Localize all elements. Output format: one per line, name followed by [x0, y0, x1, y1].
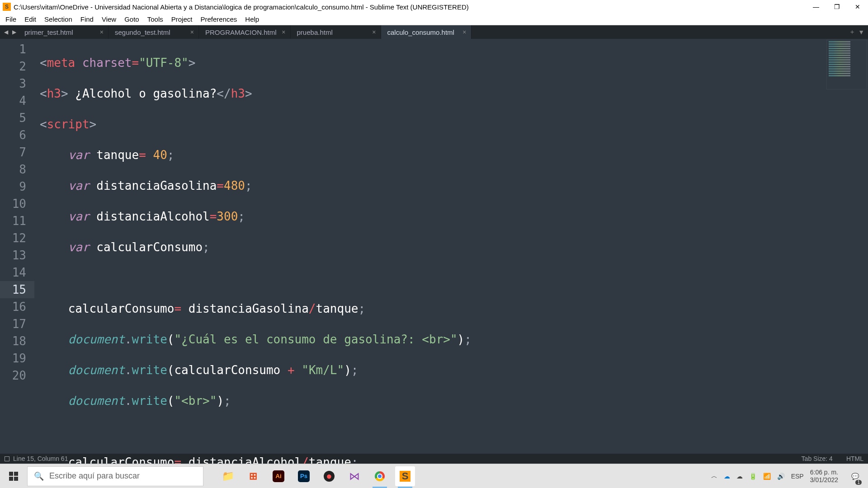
svg-rect-0 — [9, 472, 13, 476]
close-icon[interactable]: × — [190, 28, 194, 36]
menu-help[interactable]: Help — [241, 14, 263, 24]
close-button[interactable]: ✕ — [847, 0, 868, 14]
minimap[interactable] — [826, 40, 867, 89]
menu-selection[interactable]: Selection — [41, 14, 76, 24]
app-chrome[interactable] — [370, 466, 390, 486]
menu-find[interactable]: Find — [77, 14, 97, 24]
minimize-button[interactable]: ― — [806, 0, 826, 14]
tab-segundo-test[interactable]: segundo_test.html× — [108, 25, 199, 39]
tray-clock[interactable]: 6:06 p. m. 3/01/2022 — [810, 469, 838, 484]
line-number-gutter: 1234 5678 9101112 13141516 17181920 — [0, 39, 34, 454]
search-placeholder: Escribe aquí para buscar — [49, 471, 140, 481]
window-title: C:\Users\vitam\OneDrive - Universidad Na… — [14, 3, 806, 11]
menu-goto[interactable]: Goto — [121, 14, 143, 24]
app-office[interactable]: ⊞ — [243, 466, 263, 486]
notification-badge: 1 — [855, 480, 862, 485]
svg-rect-1 — [14, 472, 18, 476]
search-icon: 🔍 — [34, 471, 44, 481]
tab-label: calculo_consumo.html — [387, 28, 454, 36]
tab-label: primer_test.html — [24, 28, 73, 36]
editor-area[interactable]: 1234 5678 9101112 13141516 17181920 <met… — [0, 39, 868, 454]
app-visual-studio[interactable]: ⋈ — [344, 466, 364, 486]
svg-rect-2 — [9, 477, 13, 481]
menu-preferences[interactable]: Preferences — [197, 14, 241, 24]
tray-date: 3/01/2022 — [810, 476, 838, 484]
app-icon: S — [3, 3, 11, 11]
tab-calculo-consumo[interactable]: calculo_consumo.html× — [381, 25, 472, 39]
close-icon[interactable]: × — [462, 28, 466, 36]
app-photoshop[interactable]: Ps — [294, 466, 314, 486]
tab-menu-button[interactable]: ▼ — [858, 28, 864, 36]
tab-programacion[interactable]: PROGRAMACION.html× — [199, 25, 291, 39]
menu-project[interactable]: Project — [168, 14, 196, 24]
tray-weather-icon[interactable]: ☁ — [736, 473, 743, 480]
notification-icon: 💬 — [851, 473, 859, 480]
tray-wifi-icon[interactable]: 📶 — [763, 473, 771, 480]
windows-taskbar: 🔍 Escribe aquí para buscar 📁 ⊞ Ai Ps ● ⋈… — [0, 464, 868, 488]
svg-rect-3 — [14, 477, 18, 481]
menu-bar: File Edit Selection Find View Goto Tools… — [0, 14, 868, 25]
app-illustrator[interactable]: Ai — [269, 466, 288, 486]
tray-volume-icon[interactable]: 🔊 — [777, 473, 785, 480]
tab-prueba[interactable]: prueba.html× — [291, 25, 381, 39]
maximize-button[interactable]: ❐ — [826, 0, 847, 14]
start-button[interactable] — [1, 464, 26, 488]
tab-label: PROGRAMACION.html — [205, 28, 277, 36]
tab-primer-test[interactable]: primer_test.html× — [18, 25, 108, 39]
system-tray: ︿ ☁ ☁ 🔋 📶 🔊 ESP 6:06 p. m. 3/01/2022 💬 1 — [711, 464, 868, 488]
tray-language[interactable]: ESP — [791, 473, 804, 480]
tab-nav-forward[interactable]: ▶ — [10, 25, 18, 39]
tray-time: 6:06 p. m. — [810, 469, 838, 476]
app-file-explorer[interactable]: 📁 — [218, 466, 238, 486]
menu-file[interactable]: File — [2, 14, 20, 24]
tab-bar: ◀ ▶ primer_test.html× segundo_test.html×… — [0, 25, 868, 39]
tray-onedrive-icon[interactable]: ☁ — [724, 473, 730, 480]
tab-nav-back[interactable]: ◀ — [2, 25, 10, 39]
tab-label: prueba.html — [297, 28, 333, 36]
tray-notifications[interactable]: 💬 1 — [844, 464, 865, 488]
menu-tools[interactable]: Tools — [144, 14, 167, 24]
status-panel-icon[interactable] — [5, 456, 9, 461]
close-icon[interactable]: × — [100, 28, 104, 36]
taskbar-search[interactable]: 🔍 Escribe aquí para buscar — [27, 466, 203, 486]
window-titlebar: S C:\Users\vitam\OneDrive - Universidad … — [0, 0, 868, 14]
new-tab-button[interactable]: ＋ — [849, 28, 855, 36]
taskbar-apps: 📁 ⊞ Ai Ps ● ⋈ S — [218, 466, 415, 486]
tray-battery-icon[interactable]: 🔋 — [749, 473, 757, 480]
app-davinci[interactable]: ● — [319, 466, 339, 486]
tray-chevron-icon[interactable]: ︿ — [711, 472, 717, 480]
app-sublime-text[interactable]: S — [395, 466, 415, 486]
code-content[interactable]: <meta charset="UTF-8"> <h3> ¿Alcohol o g… — [34, 39, 868, 454]
tab-label: segundo_test.html — [115, 28, 170, 36]
close-icon[interactable]: × — [372, 28, 376, 36]
close-icon[interactable]: × — [282, 28, 285, 36]
menu-edit[interactable]: Edit — [21, 14, 40, 24]
menu-view[interactable]: View — [98, 14, 120, 24]
